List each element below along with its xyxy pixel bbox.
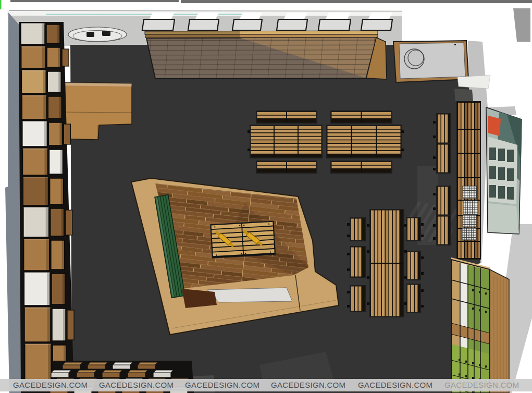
watermark-text: GACEDESIGN.COM [358,380,432,389]
table-group-middle [347,210,424,317]
watermark-text: GACEDESIGN.COM [444,380,519,389]
green-locker-unit [451,257,509,393]
render-viewport: GACEDESIGN.COM GACEDESIGN.COM GACEDESIGN… [0,0,532,393]
slat-wall-panel [145,31,387,79]
wall-poster [486,107,522,234]
tall-slat-shelf [454,89,480,259]
ceiling-light-fixture [68,27,127,42]
watermark-band: GACEDESIGN.COM GACEDESIGN.COM GACEDESIGN… [0,379,532,391]
watermark-text: GACEDESIGN.COM [271,380,345,389]
watermark-text: GACEDESIGN.COM [185,380,259,389]
watermark-text: GACEDESIGN.COM [99,380,174,389]
room-top-view-render [0,0,532,393]
watermark-text: GACEDESIGN.COM [13,380,88,389]
